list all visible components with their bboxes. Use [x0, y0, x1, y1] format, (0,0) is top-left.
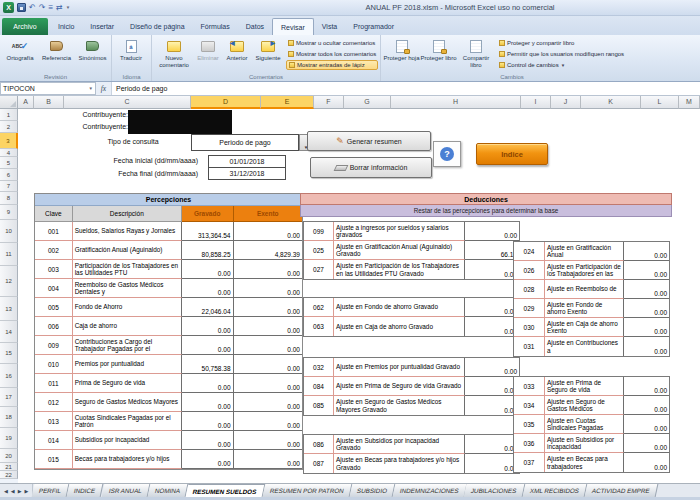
- first-sheet-icon[interactable]: ◀: [4, 488, 8, 494]
- descripcion-cell[interactable]: Ajuste en Premios por puntualidad Gravad…: [334, 358, 465, 377]
- control-cambios-menu[interactable]: Control de cambios ▼: [497, 60, 626, 70]
- clave-cell[interactable]: 011: [35, 374, 73, 393]
- valor-cell[interactable]: 0.00: [465, 222, 519, 241]
- descripcion-cell[interactable]: Prima de Seguro de vida: [73, 374, 182, 393]
- descripcion-cell[interactable]: Ajuste en Prima de Seguro de vida Gravad…: [334, 377, 465, 396]
- clave-cell[interactable]: 001: [35, 222, 73, 241]
- gravado-cell[interactable]: 0.00: [182, 412, 234, 431]
- row-header[interactable]: 16: [0, 364, 18, 388]
- generar-resumen-button[interactable]: ✎ Generar resumen: [307, 131, 431, 151]
- ribbon-tab[interactable]: Revisar: [272, 18, 314, 35]
- gravado-cell[interactable]: 0.00: [182, 431, 234, 450]
- valor-cell[interactable]: 0.00: [624, 280, 669, 299]
- column-header[interactable]: L: [641, 96, 679, 109]
- exento-cell[interactable]: 0.00: [234, 298, 302, 317]
- valor-cell[interactable]: 0.00: [465, 317, 519, 336]
- descripcion-cell[interactable]: Ajuste en Prima de Seguro de vida: [545, 377, 624, 396]
- descripcion-cell[interactable]: Ajuste en Participación de los Trabajado…: [545, 261, 624, 280]
- formula-content[interactable]: Periodo de pago: [112, 82, 700, 95]
- descripcion-cell[interactable]: Ajuste en Fondo de ahorro Gravado: [334, 298, 465, 317]
- column-header[interactable]: M: [679, 96, 700, 109]
- redo-icon[interactable]: ↷: [39, 3, 46, 13]
- descripcion-cell[interactable]: Ajuste en Participación de los Trabajado…: [334, 260, 465, 279]
- exento-cell[interactable]: 0.00: [234, 412, 302, 431]
- clave-cell[interactable]: 062: [304, 298, 334, 317]
- descripcion-cell[interactable]: Ajuste en Becas para trabajadores: [545, 453, 624, 472]
- descripcion-cell[interactable]: Gratificación Anual (Aguinaldo): [73, 241, 182, 260]
- proteger-compartir-libro-toggle[interactable]: Proteger y compartir libro: [497, 38, 626, 48]
- descripcion-cell[interactable]: Subsidios por incapacidad: [73, 431, 182, 450]
- valor-cell[interactable]: 0.00: [465, 396, 519, 415]
- row-header[interactable]: 7: [0, 181, 18, 192]
- clave-cell[interactable]: 010: [35, 355, 73, 374]
- header-clave[interactable]: Clave: [35, 206, 73, 222]
- touch-mode-icon[interactable]: ⇄: [56, 3, 63, 13]
- column-header[interactable]: B: [34, 96, 64, 109]
- contribuyente-label-1[interactable]: Contribuyente:: [48, 111, 128, 118]
- gravado-cell[interactable]: 0.00: [182, 260, 234, 279]
- exento-cell[interactable]: 0.00: [234, 317, 302, 336]
- sheet-tab[interactable]: PERFIL: [32, 484, 70, 497]
- row-header[interactable]: 17: [0, 388, 18, 407]
- qat-customize-icon[interactable]: ▼: [66, 5, 70, 10]
- row-header[interactable]: 13: [0, 297, 18, 321]
- valor-cell[interactable]: 0.00: [624, 377, 669, 396]
- name-box-arrow-icon[interactable]: ▼: [89, 83, 93, 95]
- valor-cell[interactable]: 0.00: [465, 454, 519, 473]
- exento-cell[interactable]: 0.00: [234, 222, 302, 241]
- valor-cell[interactable]: 0.00: [624, 261, 669, 280]
- column-header[interactable]: F: [314, 96, 344, 109]
- descripcion-cell[interactable]: Ajuste a ingresos por sueldos y salarios…: [334, 222, 465, 241]
- sheet-tab[interactable]: RESUMEN POR PATRON: [262, 484, 352, 497]
- exento-cell[interactable]: 0.00: [234, 279, 302, 298]
- descripcion-cell[interactable]: Seguro de Gastos Médicos Mayores: [73, 393, 182, 412]
- descripcion-cell[interactable]: Fondo de Ahorro: [73, 298, 182, 317]
- valor-cell[interactable]: 0.00: [624, 453, 669, 472]
- row-header[interactable]: 20: [0, 449, 18, 463]
- column-header[interactable]: G: [344, 96, 391, 109]
- row-header[interactable]: 2: [0, 121, 18, 133]
- fecha-inicial-label[interactable]: Fecha inicial (dd/mm/aaaa): [73, 157, 198, 164]
- clave-cell[interactable]: 015: [35, 450, 73, 469]
- column-header[interactable]: J: [551, 96, 581, 109]
- valor-cell[interactable]: 0.00: [465, 358, 519, 377]
- descripcion-cell[interactable]: Sueldos, Salarios Rayas y Jornales: [73, 222, 182, 241]
- last-sheet-icon[interactable]: ▶: [25, 488, 29, 494]
- row-header[interactable]: 4: [0, 149, 18, 157]
- row-header[interactable]: 3: [0, 133, 18, 149]
- descripcion-cell[interactable]: Contribuciones a Cargo del Trabajador Pa…: [73, 336, 182, 355]
- sheet-tab[interactable]: NOMINA: [147, 484, 188, 497]
- column-header[interactable]: C: [64, 96, 191, 109]
- clave-cell[interactable]: 006: [35, 317, 73, 336]
- column-header[interactable]: A: [18, 96, 34, 109]
- gravado-cell[interactable]: 0.00: [182, 279, 234, 298]
- help-button[interactable]: ?: [433, 141, 461, 167]
- eliminar-button[interactable]: Eliminar: [194, 37, 222, 62]
- valor-cell[interactable]: 0.00: [624, 396, 669, 415]
- gravado-cell[interactable]: 80,858.25: [182, 241, 234, 260]
- descripcion-cell[interactable]: Ajuste en Contribuciones a: [545, 337, 624, 356]
- contribuyente-label-2[interactable]: Contribuyente:: [48, 123, 128, 130]
- exento-cell[interactable]: 0.00: [234, 431, 302, 450]
- tipo-consulta-dropdown[interactable]: Periodo de pago: [191, 134, 299, 151]
- previous-sheet-icon[interactable]: ◀: [11, 488, 15, 494]
- proteger-hoja-button[interactable]: Proteger hoja: [383, 37, 420, 62]
- exento-cell[interactable]: 0.00: [234, 260, 302, 279]
- sheet-tab[interactable]: SUBSIDIO: [349, 484, 395, 497]
- menu-icon[interactable]: ≡: [48, 3, 53, 13]
- descripcion-cell[interactable]: Ajuste en Reembolso de: [545, 280, 624, 299]
- fecha-final-value[interactable]: 31/12/2018: [208, 167, 286, 180]
- ribbon-tab[interactable]: Diseño de página: [122, 18, 193, 35]
- row-header[interactable]: 14: [0, 321, 18, 343]
- clave-cell[interactable]: 009: [35, 336, 73, 355]
- header-gravado[interactable]: Gravado: [182, 206, 234, 222]
- descripcion-cell[interactable]: Reembolso de Gastos Médicos Dentales y: [73, 279, 182, 298]
- undo-icon[interactable]: ↶: [29, 3, 36, 13]
- row-header[interactable]: 1: [0, 109, 18, 121]
- clave-cell[interactable]: 025: [304, 241, 334, 260]
- row-header[interactable]: 8: [0, 192, 18, 205]
- ortografia-button[interactable]: ABC✓ Ortografía: [2, 37, 38, 62]
- valor-cell[interactable]: 0.00: [624, 318, 669, 337]
- row-header[interactable]: 6: [0, 169, 18, 181]
- anterior-button[interactable]: ◀ Anterior: [222, 37, 252, 62]
